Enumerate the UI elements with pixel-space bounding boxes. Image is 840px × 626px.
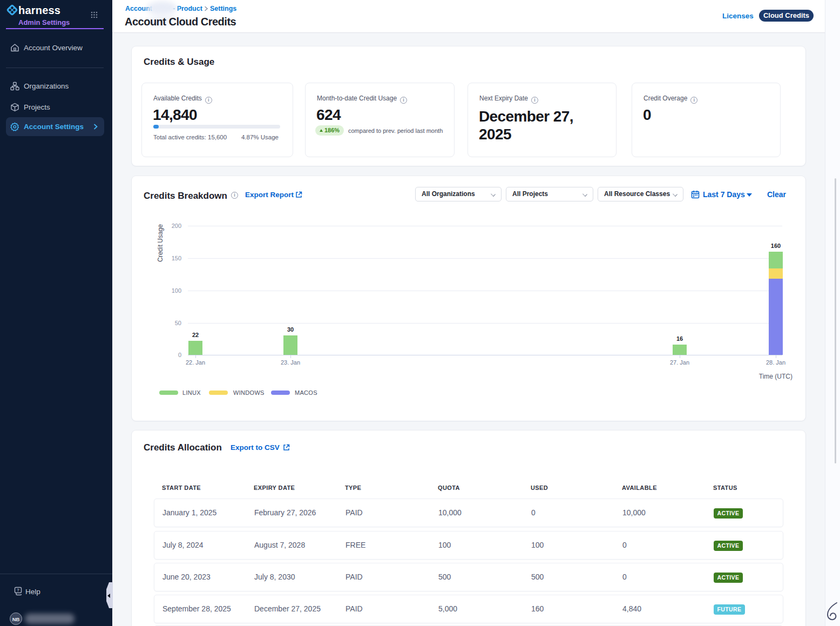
svg-text:?: ? bbox=[17, 588, 19, 593]
